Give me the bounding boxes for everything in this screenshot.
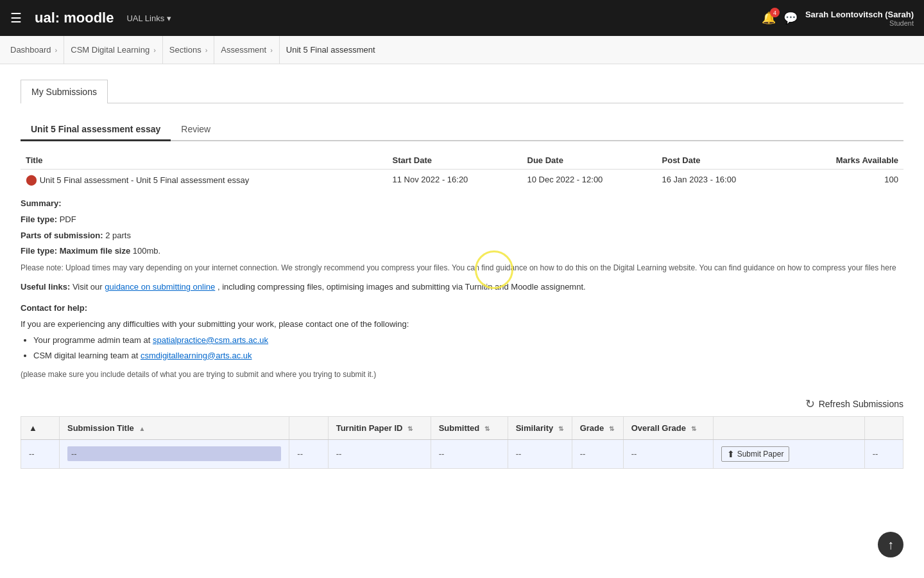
error-icon: ⬤ <box>26 174 37 185</box>
marks-available: 100 <box>789 170 903 190</box>
logo[interactable]: ual: moodle <box>35 10 114 26</box>
row-similarity: -- <box>508 439 572 468</box>
user-name: Sarah Leontovitsch (Sarah) <box>805 10 914 19</box>
scroll-to-top-button[interactable]: ↑ <box>878 532 903 557</box>
assignment-title: ⬤ Unit 5 Final assessment - Unit 5 Final… <box>21 170 388 190</box>
sort-icon: ⇅ <box>609 425 614 432</box>
col-header-submission-title[interactable]: Submission Title ▲ <box>60 416 289 439</box>
col-header-grade[interactable]: Grade ⇅ <box>572 416 623 439</box>
sort-icon: ⇅ <box>484 425 490 432</box>
row-last: -- <box>864 439 903 468</box>
parts-of-submission: Parts of submission: 2 parts <box>21 229 903 243</box>
summary-label: Summary: <box>21 197 903 211</box>
col-header-marks: Marks Available <box>789 152 903 170</box>
refresh-icon: ↻ <box>805 397 815 411</box>
submissions-tab-bar: My Submissions <box>21 80 903 103</box>
sort-icon: ⇅ <box>407 425 413 432</box>
col-header-action <box>713 416 864 439</box>
submit-paper-button[interactable]: ⬆ Submit Paper <box>721 446 790 462</box>
submissions-area: ↻ Refresh Submissions ▲ Submission Title… <box>21 397 903 469</box>
breadcrumb-item-assessment[interactable]: Assessment › <box>214 36 279 64</box>
ual-links-button[interactable]: UAL Links ▾ <box>126 13 171 23</box>
table-row: -- -- -- -- -- -- -- -- ⬆ Submit Paper <box>21 439 903 468</box>
row-num: -- <box>21 439 60 468</box>
col-header-title: Title <box>21 152 388 170</box>
footer-note: (please make sure you include details of… <box>21 369 903 381</box>
user-menu[interactable]: Sarah Leontovitsch (Sarah) Student <box>805 10 914 27</box>
col-header-submitted[interactable]: Submitted ⇅ <box>431 416 508 439</box>
col-header-overall-grade[interactable]: Overall Grade ⇅ <box>623 416 713 439</box>
col-header-due: Due Date <box>522 152 657 170</box>
row-turnitin-id: -- <box>328 439 431 468</box>
chevron-right-icon: › <box>270 46 273 54</box>
contact-item-2: CSM digital learning team at csmdigitall… <box>33 349 903 363</box>
col-header-turnitin[interactable]: Turnitin Paper ID ⇅ <box>328 416 431 439</box>
col-header-last <box>864 416 903 439</box>
start-date: 11 Nov 2022 - 16:20 <box>388 170 522 190</box>
messages-icon[interactable]: 💬 <box>783 11 798 25</box>
chevron-right-icon: › <box>153 46 156 54</box>
col-header-similarity[interactable]: Similarity ⇅ <box>508 416 572 439</box>
row-submit-btn-cell[interactable]: ⬆ Submit Paper <box>713 439 864 468</box>
contact-help: Contact for help: If you are experiencin… <box>21 302 903 362</box>
row-grade: -- <box>572 439 623 468</box>
chevron-right-icon: › <box>205 46 208 54</box>
refresh-submissions-button[interactable]: ↻ Refresh Submissions <box>805 397 903 411</box>
breadcrumb-item-sections[interactable]: Sections › <box>163 36 215 64</box>
col-header-num: ▲ <box>21 416 60 439</box>
breadcrumb-item-dashboard[interactable]: Dashboard › <box>10 36 64 64</box>
topbar-left: ☰ ual: moodle UAL Links ▾ <box>10 10 171 26</box>
breadcrumb-item-unit5: Unit 5 Final assessment <box>280 36 382 64</box>
inner-tab-bar: Unit 5 Final assessment essay Review <box>21 119 903 141</box>
due-date: 10 Dec 2022 - 12:00 <box>522 170 657 190</box>
contact-link-2[interactable]: csmdigitallearning@arts.ac.uk <box>141 351 252 360</box>
col-header-post: Post Date <box>657 152 790 170</box>
contact-item-1: Your programme admin team at spatialprac… <box>33 334 903 347</box>
row-title: -- <box>60 439 289 468</box>
file-type: File type: PDF <box>21 213 903 227</box>
sort-icon: ⇅ <box>558 425 563 432</box>
assignment-info-table: Title Start Date Due Date Post Date Mark… <box>21 152 903 189</box>
post-date: 16 Jan 2023 - 16:00 <box>657 170 790 190</box>
breadcrumb: Dashboard › CSM Digital Learning › Secti… <box>0 36 924 64</box>
submissions-table: ▲ Submission Title ▲ Turnitin Paper ID ⇅… <box>21 416 903 469</box>
row-overall-grade: -- <box>623 439 713 468</box>
hamburger-icon[interactable]: ☰ <box>10 10 22 26</box>
user-role: Student <box>805 19 914 27</box>
row-submitted: -- <box>431 439 508 468</box>
upload-icon: ⬆ <box>727 449 735 459</box>
col-header-start: Start Date <box>388 152 522 170</box>
refresh-bar: ↻ Refresh Submissions <box>21 397 903 411</box>
contact-link-1[interactable]: spatialpractice@csm.arts.ac.uk <box>153 335 268 345</box>
breadcrumb-item-csm[interactable]: CSM Digital Learning › <box>64 36 163 64</box>
sort-icon: ⇅ <box>691 425 696 432</box>
sort-icon: ▲ <box>139 425 145 432</box>
row-extra: -- <box>289 439 328 468</box>
sort-icon: ▲ <box>29 423 37 433</box>
assignment-row: ⬤ Unit 5 Final assessment - Unit 5 Final… <box>21 170 903 190</box>
main-content: My Submissions Unit 5 Final assessment e… <box>0 64 924 484</box>
notification-badge: 4 <box>770 8 780 17</box>
useful-links: Useful links: Visit our guidance on subm… <box>21 281 903 294</box>
topbar: ☰ ual: moodle UAL Links ▾ 🔔 4 💬 Sarah Le… <box>0 0 924 36</box>
my-submissions-tab[interactable]: My Submissions <box>21 80 108 103</box>
topbar-right: 🔔 4 💬 Sarah Leontovitsch (Sarah) Student <box>762 10 914 27</box>
notification-icon[interactable]: 🔔 4 <box>762 11 776 25</box>
chevron-right-icon: › <box>55 46 58 54</box>
tab-review[interactable]: Review <box>171 119 221 141</box>
max-file-size: File type: Maximum file size 100mb. <box>21 245 903 258</box>
summary-section: Summary: File type: PDF Parts of submiss… <box>21 197 903 381</box>
guidance-link[interactable]: guidance on submitting online <box>105 282 215 292</box>
col-header-empty <box>289 416 328 439</box>
tab-essay[interactable]: Unit 5 Final assessment essay <box>21 119 171 141</box>
note-text: Please note: Upload times may vary depen… <box>21 262 903 274</box>
